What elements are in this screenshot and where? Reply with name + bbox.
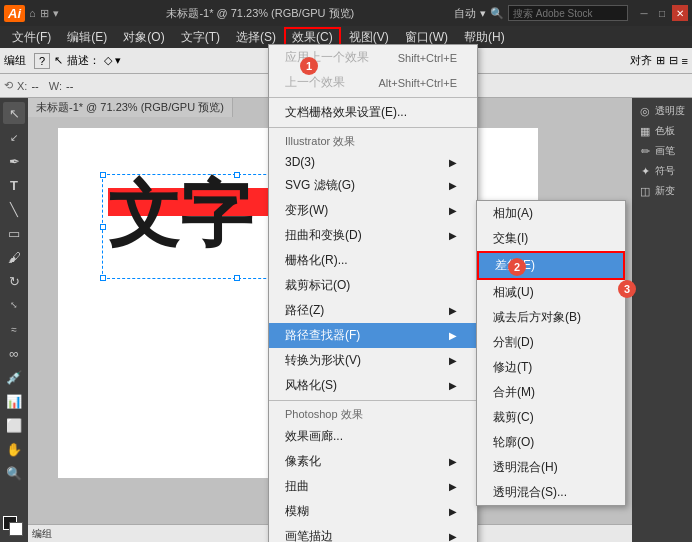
pf-subtract-back-label: 减去后方对象(B) bbox=[493, 309, 581, 326]
pf-soft-mix[interactable]: 透明混合(S)... bbox=[477, 480, 625, 505]
pf-soft-mix-label: 透明混合(S)... bbox=[493, 484, 567, 501]
effect-svg-filter[interactable]: SVG 滤镜(G) ▶ bbox=[269, 173, 477, 198]
pf-outline[interactable]: 轮廓(O) bbox=[477, 430, 625, 455]
effect-warp-label: 变形(W) bbox=[285, 202, 328, 219]
zoom-tool[interactable]: 🔍 bbox=[3, 462, 25, 484]
scale-tool[interactable]: ⤡ bbox=[3, 294, 25, 316]
pf-add[interactable]: 相加(A) bbox=[477, 201, 625, 226]
effect-doc-raster-label: 文档栅格效果设置(E)... bbox=[285, 104, 407, 121]
effect-distort-ps-label: 扭曲 bbox=[285, 478, 309, 495]
menu-icon[interactable]: ≡ bbox=[682, 55, 688, 67]
effect-gallery[interactable]: 效果画廊... bbox=[269, 424, 477, 449]
pf-merge[interactable]: 合并(M) bbox=[477, 380, 625, 405]
brushes-icon: ✏ bbox=[638, 144, 652, 158]
graph-tool[interactable]: 📊 bbox=[3, 390, 25, 412]
warp-tool[interactable]: ≈ bbox=[3, 318, 25, 340]
y-label: W: bbox=[49, 80, 62, 92]
effect-stylize-arrow: ▶ bbox=[449, 380, 457, 391]
align-dropdown[interactable]: ◇ ▾ bbox=[104, 54, 121, 67]
blend-tool[interactable]: ∞ bbox=[3, 342, 25, 364]
panel-brushes[interactable]: ✏ 画笔 bbox=[634, 142, 690, 160]
pf-crop[interactable]: 裁剪(C) bbox=[477, 405, 625, 430]
menu-text[interactable]: 文字(T) bbox=[173, 27, 228, 48]
effect-distort-label: 扭曲和变换(D) bbox=[285, 227, 362, 244]
title-icons: ⌂ ⊞ ▾ bbox=[29, 7, 59, 20]
pf-hard-mix[interactable]: 透明混合(H) bbox=[477, 455, 625, 480]
app-logo: Ai bbox=[4, 5, 25, 22]
document-tab[interactable]: 未标题-1* @ 71.23% (RGB/GPU 预览) bbox=[28, 98, 233, 117]
text-tool[interactable]: T bbox=[3, 174, 25, 196]
panel-swatches[interactable]: ▦ 色板 bbox=[634, 122, 690, 140]
layout-dropdown[interactable]: ▾ bbox=[480, 7, 486, 20]
effect-pathfinder-label: 路径查找器(F) bbox=[285, 327, 360, 344]
brush-tool[interactable]: 🖌 bbox=[3, 246, 25, 268]
pen-tool[interactable]: ✒ bbox=[3, 150, 25, 172]
effect-distort-transform[interactable]: 扭曲和变换(D) ▶ bbox=[269, 223, 477, 248]
line-tool[interactable]: ╲ bbox=[3, 198, 25, 220]
hand-tool[interactable]: ✋ bbox=[3, 438, 25, 460]
maximize-button[interactable]: □ bbox=[654, 5, 670, 21]
arrange-dropdown[interactable]: ▾ bbox=[53, 7, 59, 20]
effect-last[interactable]: 上一个效果 Alt+Shift+Ctrl+E bbox=[269, 70, 477, 95]
direct-select-tool[interactable]: ↙ bbox=[3, 126, 25, 148]
window-controls: ─ □ ✕ bbox=[636, 5, 688, 21]
pf-trim[interactable]: 修边(T) bbox=[477, 355, 625, 380]
effect-3d[interactable]: 3D(3) ▶ bbox=[269, 151, 477, 173]
search-icon: 🔍 bbox=[490, 7, 504, 20]
effect-rasterize[interactable]: 栅格化(R)... bbox=[269, 248, 477, 273]
align-icon1[interactable]: ⊞ bbox=[656, 54, 665, 67]
effect-warp-arrow: ▶ bbox=[449, 205, 457, 216]
transparency-icon: ◎ bbox=[638, 104, 652, 118]
eyedropper-tool[interactable]: 💉 bbox=[3, 366, 25, 388]
handle-tc[interactable] bbox=[234, 172, 240, 178]
minimize-button[interactable]: ─ bbox=[636, 5, 652, 21]
effect-svg-arrow: ▶ bbox=[449, 180, 457, 191]
handle-bl[interactable] bbox=[100, 275, 106, 281]
layout-label: 自动 bbox=[454, 6, 476, 21]
pf-divide[interactable]: 分割(D) bbox=[477, 330, 625, 355]
effect-blur[interactable]: 模糊 ▶ bbox=[269, 499, 477, 524]
effect-doc-raster-settings[interactable]: 文档栅格效果设置(E)... bbox=[269, 100, 477, 125]
effect-stylize[interactable]: 风格化(S) ▶ bbox=[269, 373, 477, 398]
question-btn[interactable]: ? bbox=[34, 53, 50, 69]
arrange-icon[interactable]: ⊞ bbox=[40, 7, 49, 20]
handle-ml[interactable] bbox=[100, 224, 106, 230]
pf-exclude[interactable]: 差集(E) bbox=[477, 251, 625, 280]
fill-stroke[interactable] bbox=[3, 516, 25, 538]
effect-convert-shape[interactable]: 转换为形状(V) ▶ bbox=[269, 348, 477, 373]
artboard-tool[interactable]: ⬜ bbox=[3, 414, 25, 436]
panel-symbols[interactable]: ✦ 符号 bbox=[634, 162, 690, 180]
effect-path[interactable]: 路径(Z) ▶ bbox=[269, 298, 477, 323]
handle-tl[interactable] bbox=[100, 172, 106, 178]
pf-subtract[interactable]: 相减(U) bbox=[477, 280, 625, 305]
panel-transparency[interactable]: ◎ 透明度 bbox=[634, 102, 690, 120]
handle-bc[interactable] bbox=[234, 275, 240, 281]
pf-intersect[interactable]: 交集(I) bbox=[477, 226, 625, 251]
effect-crop-marks-label: 裁剪标记(O) bbox=[285, 277, 350, 294]
select-tool[interactable]: ↖ bbox=[3, 102, 25, 124]
effect-distort-ps[interactable]: 扭曲 ▶ bbox=[269, 474, 477, 499]
align-icon2[interactable]: ⊟ bbox=[669, 54, 678, 67]
menu-file[interactable]: 文件(F) bbox=[4, 27, 59, 48]
home-icon[interactable]: ⌂ bbox=[29, 7, 36, 20]
effect-pathfinder-arrow: ▶ bbox=[449, 330, 457, 341]
effect-path-arrow: ▶ bbox=[449, 305, 457, 316]
menu-object[interactable]: 对象(O) bbox=[115, 27, 172, 48]
badge-1: 1 bbox=[300, 57, 318, 75]
x-label: X: bbox=[17, 80, 27, 92]
search-input[interactable] bbox=[508, 5, 628, 21]
effect-crop-marks[interactable]: 裁剪标记(O) bbox=[269, 273, 477, 298]
close-button[interactable]: ✕ bbox=[672, 5, 688, 21]
cursor-icon[interactable]: ↖ bbox=[54, 54, 63, 67]
effect-warp[interactable]: 变形(W) ▶ bbox=[269, 198, 477, 223]
pf-subtract-back[interactable]: 减去后方对象(B) bbox=[477, 305, 625, 330]
panel-gradient[interactable]: ◫ 新变 bbox=[634, 182, 690, 200]
effect-pixelate[interactable]: 像素化 ▶ bbox=[269, 449, 477, 474]
swatches-label: 色板 bbox=[655, 124, 675, 138]
rect-tool[interactable]: ▭ bbox=[3, 222, 25, 244]
effect-pathfinder[interactable]: 路径查找器(F) ▶ bbox=[269, 323, 477, 348]
menu-edit[interactable]: 编辑(E) bbox=[59, 27, 115, 48]
effect-brush-strokes[interactable]: 画笔描边 ▶ bbox=[269, 524, 477, 542]
section-illustrator: Illustrator 效果 bbox=[269, 130, 477, 151]
rotate-tool[interactable]: ↻ bbox=[3, 270, 25, 292]
